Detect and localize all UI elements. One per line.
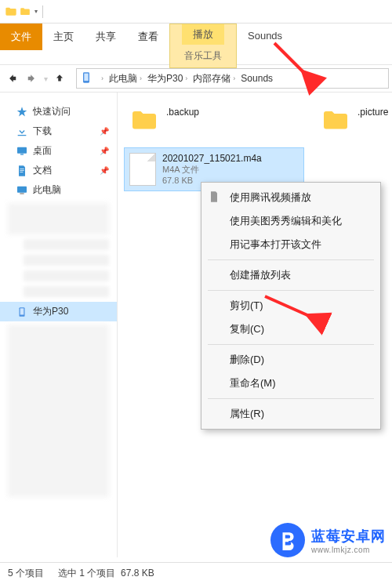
ctx-open-meitu[interactable]: 使用美图秀秀编辑和美化 — [201, 209, 380, 233]
sidebar-blurred-item — [24, 255, 109, 266]
ctx-cut[interactable]: 剪切(T) — [201, 294, 380, 317]
crumb-folder[interactable]: Sounds — [239, 73, 274, 84]
watermark: 蓝莓安卓网 www.lmkjz.com — [270, 523, 386, 557]
watermark-brand: 蓝莓安卓网 — [311, 527, 386, 546]
watermark-url: www.lmkjz.com — [311, 546, 386, 554]
tab-view[interactable]: 查看 — [127, 24, 169, 50]
folder-icon — [129, 107, 160, 135]
sidebar-item-quick-access[interactable]: 快速访问 — [0, 102, 117, 122]
crumb-device[interactable]: 华为P30› — [146, 72, 191, 85]
ctx-open-tencent[interactable]: 使用腾讯视频播放 — [201, 186, 380, 209]
pin-icon: 📌 — [100, 127, 109, 136]
tab-play-label: 播放 — [182, 24, 224, 45]
sidebar-blurred-item — [24, 286, 109, 297]
ctx-separator — [208, 259, 374, 260]
status-item-count: 5 个项目 — [8, 567, 44, 580]
titlebar: ▾ — [0, 0, 392, 24]
pin-icon: 📌 — [100, 147, 109, 155]
phone-icon — [16, 306, 28, 318]
svg-rect-3 — [20, 154, 24, 154]
ctx-properties[interactable]: 属性(R) — [201, 402, 380, 426]
sidebar-item-label: 文档 — [33, 164, 52, 177]
file-name: .picture — [358, 107, 388, 118]
ctx-rename[interactable]: 重命名(M) — [201, 372, 380, 395]
crumb-this-pc[interactable]: 此电脑› — [107, 72, 146, 85]
file-name: .backup — [166, 107, 199, 118]
sidebar-blurred-block — [8, 203, 109, 234]
svg-rect-5 — [20, 193, 24, 194]
ctx-create-playlist[interactable]: 创建播放列表 — [201, 263, 380, 287]
app-icon — [5, 5, 17, 18]
sidebar-blurred-block — [8, 325, 109, 497]
svg-rect-2 — [17, 147, 27, 153]
ctx-copy[interactable]: 复制(C) — [201, 317, 380, 341]
file-type: M4A 文件 — [162, 164, 262, 176]
svg-rect-4 — [17, 186, 27, 192]
watermark-logo-icon — [270, 523, 305, 557]
sidebar-item-downloads[interactable]: 下载 📌 — [0, 122, 117, 141]
sidebar-item-device[interactable]: 华为P30 — [0, 302, 117, 321]
star-icon — [16, 106, 28, 118]
phone-icon — [80, 71, 94, 85]
qat-dropdown-icon[interactable]: ▾ — [34, 8, 38, 15]
tab-music-tools-label: 音乐工具 — [178, 45, 228, 67]
folder-item-picture[interactable]: .picture — [315, 102, 386, 140]
pin-icon: 📌 — [100, 166, 109, 175]
folder-icon — [320, 107, 351, 135]
forward-button[interactable] — [24, 70, 41, 87]
svg-rect-1 — [84, 74, 88, 81]
file-name: 20201027_115021.m4a — [162, 153, 262, 164]
tab-home[interactable]: 主页 — [42, 24, 85, 50]
sidebar-item-label: 此电脑 — [33, 183, 61, 197]
address-bar[interactable]: › 此电脑› 华为P30› 内部存储› Sounds — [76, 68, 389, 89]
status-bar: 5 个项目 选中 1 个项目 67.8 KB — [0, 562, 392, 584]
svg-rect-7 — [20, 308, 24, 314]
crumb-chevron[interactable]: › — [97, 74, 107, 82]
tab-share[interactable]: 共享 — [85, 24, 127, 50]
separator — [42, 5, 43, 18]
sidebar-blurred-item — [24, 270, 109, 281]
desktop-icon — [16, 145, 28, 158]
navigation-bar: ▾ › 此电脑› 华为P30› 内部存储› Sounds — [0, 64, 392, 92]
tab-music-tools-group[interactable]: 播放 音乐工具 — [169, 24, 237, 68]
ribbon: 文件 主页 共享 查看 播放 音乐工具 Sounds — [0, 24, 392, 64]
ctx-separator — [208, 344, 374, 345]
ctx-separator — [208, 398, 374, 399]
crumb-storage[interactable]: 内部存储› — [191, 72, 239, 85]
sidebar-item-label: 桌面 — [33, 144, 52, 158]
ctx-separator — [208, 290, 374, 291]
pc-icon — [16, 184, 28, 197]
context-menu: 使用腾讯视频播放 使用美图秀秀编辑和美化 用记事本打开该文件 创建播放列表 剪切… — [201, 182, 381, 430]
document-icon — [208, 190, 222, 205]
ctx-open-notepad[interactable]: 用记事本打开该文件 — [201, 233, 380, 256]
history-dropdown-icon[interactable]: ▾ — [44, 74, 48, 83]
sidebar-item-label: 华为P30 — [33, 305, 68, 318]
sidebar-item-documents[interactable]: 文档 📌 — [0, 161, 117, 180]
folder-item-backup[interactable]: .backup — [124, 102, 299, 140]
up-button[interactable] — [51, 70, 68, 87]
sidebar-item-this-pc[interactable]: 此电脑 — [0, 180, 117, 200]
sidebar-item-desktop[interactable]: 桌面 📌 — [0, 141, 117, 161]
document-icon — [16, 165, 28, 177]
sidebar: 快速访问 下载 📌 桌面 📌 文档 📌 此电脑 华为P30 — [0, 92, 118, 557]
qat-save-icon[interactable] — [19, 5, 31, 18]
window-title: Sounds — [237, 24, 293, 48]
sidebar-item-label: 下载 — [33, 125, 52, 138]
ctx-delete[interactable]: 删除(D) — [201, 348, 380, 372]
download-icon — [16, 125, 28, 138]
sidebar-blurred-item — [24, 239, 109, 250]
audio-file-icon — [129, 153, 156, 186]
tab-file[interactable]: 文件 — [0, 24, 42, 50]
sidebar-item-label: 快速访问 — [33, 105, 71, 118]
back-button[interactable] — [3, 70, 20, 87]
status-selection: 选中 1 个项目 67.8 KB — [58, 567, 154, 580]
